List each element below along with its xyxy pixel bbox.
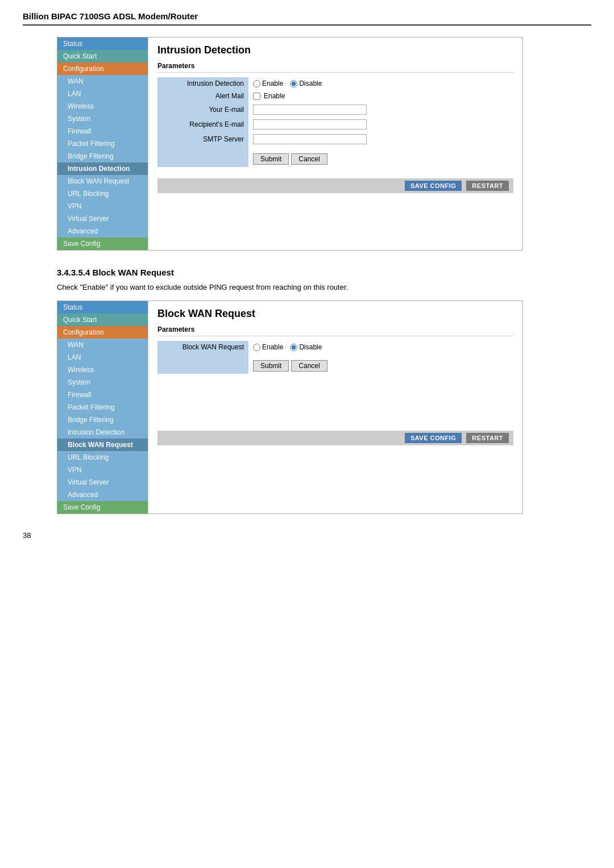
input-cell-alert: Enable bbox=[248, 90, 513, 102]
sidebar-item-bridge-filtering[interactable]: Bridge Filtering bbox=[57, 150, 148, 162]
radio-disable-label[interactable]: Disable bbox=[290, 80, 322, 87]
section2-title: Block WAN Request bbox=[157, 308, 513, 320]
table-row-buttons: Submit Cancel bbox=[157, 147, 513, 167]
sidebar2-item-firewall[interactable]: Firewall bbox=[57, 389, 148, 401]
section2-heading-wrapper: 3.4.3.5.4 Block WAN Request bbox=[57, 268, 591, 277]
sidebar1: Status Quick Start Configuration WAN LAN… bbox=[57, 37, 148, 250]
btn-cell-1: Submit Cancel bbox=[248, 147, 513, 167]
checkbox-alert-text: Enable bbox=[264, 92, 285, 100]
sidebar-item-wan[interactable]: WAN bbox=[57, 75, 148, 87]
radio-bwan-enable[interactable] bbox=[253, 344, 260, 351]
sidebar-item-packet-filtering[interactable]: Packet Filtering bbox=[57, 137, 148, 150]
radio-disable[interactable] bbox=[290, 80, 297, 87]
cancel-button-1[interactable]: Cancel bbox=[291, 153, 327, 165]
sidebar2-item-block-wan[interactable]: Block WAN Request bbox=[57, 439, 148, 451]
footer-bar-1: SAVE CONFIG RESTART bbox=[157, 178, 513, 193]
sidebar2-item-vpn[interactable]: VPN bbox=[57, 464, 148, 476]
sidebar2-item-packet-filtering[interactable]: Packet Filtering bbox=[57, 401, 148, 414]
sidebar-item-virtual-server[interactable]: Virtual Server bbox=[57, 212, 148, 225]
radio-bwan-enable-label[interactable]: Enable bbox=[253, 343, 283, 351]
sidebar-item-advanced[interactable]: Advanced bbox=[57, 225, 148, 237]
submit-button-2[interactable]: Submit bbox=[253, 360, 289, 372]
label-your-email: Your E-mail bbox=[157, 102, 248, 117]
label-block-wan: Block WAN Request bbox=[157, 341, 248, 353]
input-smtp[interactable] bbox=[253, 134, 367, 144]
radio-enable-text: Enable bbox=[262, 80, 283, 87]
input-recipient-email[interactable] bbox=[253, 119, 367, 130]
radio-group-intrusion: Enable Disable bbox=[253, 80, 509, 87]
sidebar2-item-wireless[interactable]: Wireless bbox=[57, 364, 148, 376]
input-cell-smtp bbox=[248, 132, 513, 147]
sidebar2-item-advanced[interactable]: Advanced bbox=[57, 489, 148, 501]
sidebar2-item-virtual-server[interactable]: Virtual Server bbox=[57, 476, 148, 489]
table-row: SMTP Server bbox=[157, 132, 513, 147]
section2-wrapper: Status Quick Start Configuration WAN LAN… bbox=[57, 301, 523, 514]
section1-wrapper: Status Quick Start Configuration WAN LAN… bbox=[57, 37, 523, 251]
input-cell-intrusion: Enable Disable bbox=[248, 77, 513, 90]
sidebar-item-system[interactable]: System bbox=[57, 112, 148, 125]
save-config-button-1[interactable]: SAVE CONFIG bbox=[405, 181, 462, 191]
sidebar-item-url-blocking[interactable]: URL Blocking bbox=[57, 187, 148, 200]
sidebar2-item-lan[interactable]: LAN bbox=[57, 351, 148, 364]
main-content-1: Intrusion Detection Parameters Intrusion… bbox=[148, 37, 522, 250]
radio-bwan-disable-label[interactable]: Disable bbox=[290, 343, 322, 351]
sidebar-item-vpn[interactable]: VPN bbox=[57, 200, 148, 212]
table-row: Your E-mail bbox=[157, 102, 513, 117]
label-recipient-email: Recipient's E-mail bbox=[157, 117, 248, 132]
sidebar2-item-configuration[interactable]: Configuration bbox=[57, 326, 148, 339]
section1-title: Intrusion Detection bbox=[157, 44, 513, 56]
section2-desc: Check "Enable" if you want to exclude ou… bbox=[57, 283, 591, 291]
sidebar2-item-intrusion-detection[interactable]: Intrusion Detection bbox=[57, 426, 148, 439]
radio-enable-label[interactable]: Enable bbox=[253, 80, 283, 87]
block-wan-section: Status Quick Start Configuration WAN LAN… bbox=[23, 301, 591, 514]
table-row-buttons-2: Submit Cancel bbox=[157, 353, 513, 374]
sidebar2-item-wan[interactable]: WAN bbox=[57, 339, 148, 351]
radio-bwan-disable-text: Disable bbox=[299, 343, 322, 351]
footer-bar-2: SAVE CONFIG RESTART bbox=[157, 431, 513, 445]
sidebar-item-firewall[interactable]: Firewall bbox=[57, 125, 148, 137]
radio-disable-text: Disable bbox=[299, 80, 322, 87]
restart-button-1[interactable]: RESTART bbox=[466, 181, 509, 191]
sidebar-item-wireless[interactable]: Wireless bbox=[57, 100, 148, 112]
sidebar2-item-save-config[interactable]: Save Config bbox=[57, 501, 148, 514]
sidebar-item-block-wan[interactable]: Block WAN Request bbox=[57, 175, 148, 187]
sidebar-item-quickstart[interactable]: Quick Start bbox=[57, 50, 148, 62]
table-row: Recipient's E-mail bbox=[157, 117, 513, 132]
submit-button-1[interactable]: Submit bbox=[253, 153, 289, 165]
sidebar2: Status Quick Start Configuration WAN LAN… bbox=[57, 301, 148, 514]
table-row: Intrusion Detection Enable Disable bbox=[157, 77, 513, 90]
sidebar2-item-system[interactable]: System bbox=[57, 376, 148, 389]
main-content-2: Block WAN Request Parameters Block WAN R… bbox=[148, 301, 522, 514]
input-cell-block-wan: Enable Disable bbox=[248, 341, 513, 353]
sidebar-item-intrusion-detection[interactable]: Intrusion Detection bbox=[57, 162, 148, 175]
empty-cell bbox=[157, 147, 248, 167]
page-number: 38 bbox=[23, 531, 591, 540]
restart-button-2[interactable]: RESTART bbox=[466, 433, 509, 443]
sidebar2-item-bridge-filtering[interactable]: Bridge Filtering bbox=[57, 414, 148, 426]
form-table-2: Block WAN Request Enable Disable bbox=[157, 341, 513, 374]
intrusion-detection-section: Status Quick Start Configuration WAN LAN… bbox=[23, 37, 591, 251]
sidebar2-item-quickstart[interactable]: Quick Start bbox=[57, 314, 148, 326]
radio-group-block-wan: Enable Disable bbox=[253, 343, 509, 351]
empty-cell-2 bbox=[157, 353, 248, 374]
sidebar-item-status[interactable]: Status bbox=[57, 37, 148, 50]
cancel-button-2[interactable]: Cancel bbox=[291, 360, 327, 372]
sidebar-item-lan[interactable]: LAN bbox=[57, 87, 148, 100]
input-cell-recipient bbox=[248, 117, 513, 132]
radio-enable[interactable] bbox=[253, 80, 260, 87]
sidebar-item-save-config[interactable]: Save Config bbox=[57, 237, 148, 250]
input-cell-your-email bbox=[248, 102, 513, 117]
label-intrusion-detection: Intrusion Detection bbox=[157, 77, 248, 90]
params-label-1: Parameters bbox=[157, 62, 513, 73]
checkbox-alert-mail[interactable] bbox=[253, 93, 260, 100]
input-your-email[interactable] bbox=[253, 105, 367, 115]
radio-bwan-disable[interactable] bbox=[290, 344, 297, 351]
save-config-button-2[interactable]: SAVE CONFIG bbox=[405, 433, 462, 443]
sidebar2-item-url-blocking[interactable]: URL Blocking bbox=[57, 451, 148, 464]
params-label-2: Parameters bbox=[157, 326, 513, 336]
label-smtp: SMTP Server bbox=[157, 132, 248, 147]
sidebar2-item-status[interactable]: Status bbox=[57, 301, 148, 314]
radio-bwan-enable-text: Enable bbox=[262, 343, 283, 351]
sidebar-item-configuration[interactable]: Configuration bbox=[57, 62, 148, 75]
form-table-1: Intrusion Detection Enable Disable bbox=[157, 77, 513, 167]
